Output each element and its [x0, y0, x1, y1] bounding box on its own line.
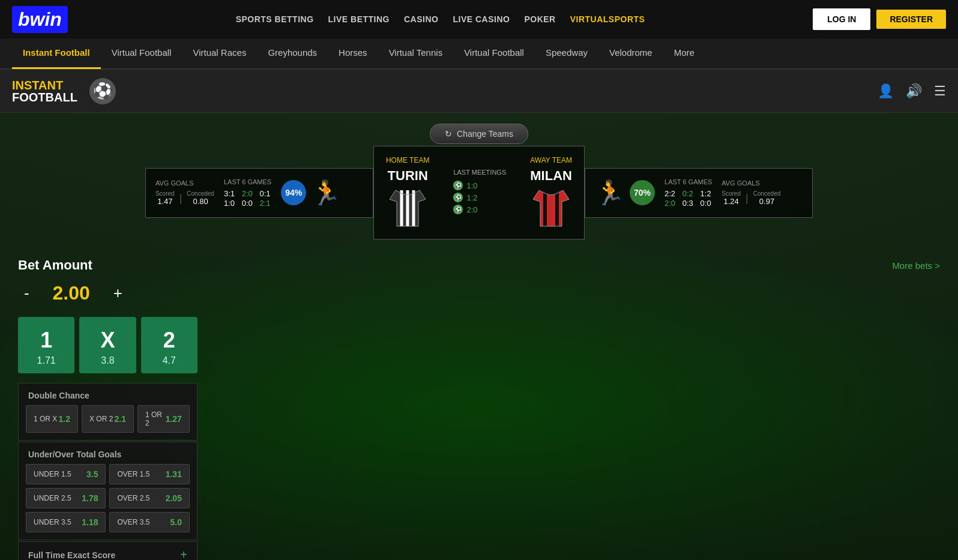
away-conceded-val: 0.97	[753, 197, 781, 206]
meeting-score-3: 2:0	[466, 205, 477, 214]
subnav-greyhounds[interactable]: Greyhounds	[257, 38, 328, 69]
under-2-5[interactable]: UNDER 2.5 1.78	[26, 488, 106, 508]
change-teams-label: Change Teams	[457, 129, 513, 139]
under-3-5-label: UNDER 3.5	[34, 518, 71, 526]
sub-navigation: Instant Football Virtual Football Virtua…	[0, 38, 958, 70]
meeting-icon-2: ⚽	[453, 193, 463, 202]
away-conceded-label: Conceded	[753, 190, 781, 197]
away-game-4: 2:0	[664, 199, 676, 208]
subnav-velodrome[interactable]: Velodrome	[598, 38, 663, 69]
over-1-5-label: OVER 1.5	[117, 470, 149, 478]
user-icon[interactable]: 👤	[878, 83, 894, 99]
instant-football-logo: INSTANT FOOTBALL ⚽	[12, 78, 116, 104]
bet-button-x[interactable]: X 3.8	[79, 317, 136, 373]
main-bet-buttons: 1 1.71 X 3.8 2 4.7	[18, 317, 197, 373]
double-chance-xor2[interactable]: X OR 2 2.1	[82, 405, 134, 433]
away-scored-val: 1.24	[722, 197, 741, 206]
meeting-icon-1: ⚽	[453, 181, 463, 190]
away-jersey	[533, 187, 569, 229]
home-conceded-val: 0.80	[187, 197, 214, 206]
double-chance-1or2[interactable]: 1 OR 2 1.27	[137, 405, 190, 433]
bet-plus-button[interactable]: +	[107, 282, 128, 305]
subnav-horses[interactable]: Horses	[328, 38, 378, 69]
logo[interactable]: bwin	[12, 6, 68, 33]
dc-xor2-odds: 2.1	[114, 414, 125, 424]
last-meetings: LAST MEETINGS ⚽ 1:0 ⚽ 1:2 ⚽ 2:0	[447, 169, 512, 217]
under-1-5-label: UNDER 1.5	[34, 470, 71, 478]
instant-label: INSTANT	[12, 79, 77, 91]
subnav-virtual-football-2[interactable]: Virtual Football	[453, 38, 535, 69]
bet-section: Bet Amount More bets > - 2.00 + 1 1.71 X	[0, 251, 958, 560]
nav-live-casino[interactable]: LIVE CASINO	[453, 14, 510, 24]
away-team-name: MILAN	[530, 168, 572, 184]
center-block: Home Team TURIN LAST MEETINGS ⚽	[373, 146, 585, 239]
dc-1or2-odds: 1.27	[166, 414, 182, 424]
home-game-1: 3:1	[224, 189, 236, 198]
over-1-5[interactable]: OVER 1.5 1.31	[109, 464, 189, 484]
under-3-5[interactable]: UNDER 3.5 1.18	[26, 512, 106, 532]
register-button[interactable]: REGISTER	[876, 10, 946, 29]
bet-amount-label: Bet Amount	[18, 257, 92, 273]
main-content: ↻ Change Teams Avg goals Scored 1.47 | C…	[0, 113, 958, 560]
more-bets-link[interactable]: More bets >	[892, 260, 940, 271]
meeting-icon-3: ⚽	[453, 205, 463, 214]
under-over-rows: UNDER 1.5 3.5 OVER 1.5 1.31 UNDER 2.5	[19, 464, 197, 540]
away-team-label: Away Team	[530, 156, 572, 164]
top-nav-links: SPORTS BETTING LIVE BETTING CASINO LIVE …	[236, 14, 645, 24]
over-2-5-odds: 2.05	[166, 493, 182, 503]
bet-minus-button[interactable]: -	[18, 282, 35, 305]
home-strength-circle: 94%	[281, 180, 306, 205]
bet-btn-x-label: X	[100, 328, 115, 353]
over-3-5-odds: 5.0	[170, 517, 181, 527]
over-3-5[interactable]: OVER 3.5 5.0	[109, 512, 189, 532]
away-player-icon: 🏃	[595, 179, 625, 207]
subnav-more[interactable]: More	[663, 38, 705, 69]
double-chance-1or-x[interactable]: 1 OR X 1.2	[26, 405, 78, 433]
meeting-3: ⚽ 2:0	[453, 205, 506, 214]
away-scored-label: Scored	[722, 190, 741, 197]
nav-poker[interactable]: POKER	[524, 14, 555, 24]
subnav-virtual-football-1[interactable]: Virtual Football	[101, 38, 182, 69]
meeting-score-1: 1:0	[466, 181, 477, 190]
away-games-grid: 2:2 0:2 1:2 2:0 0:3 0:0	[664, 189, 712, 208]
change-teams-button[interactable]: ↻ Change Teams	[430, 124, 528, 144]
nav-casino[interactable]: CASINO	[404, 14, 438, 24]
menu-icon[interactable]: ☰	[934, 83, 946, 99]
subnav-instant-football[interactable]: Instant Football	[12, 38, 101, 69]
nav-sports-betting[interactable]: SPORTS BETTING	[236, 14, 314, 24]
double-chance-row-1: 1 OR X 1.2 X OR 2 2.1 1 OR 2 1.27	[26, 405, 190, 433]
volume-icon[interactable]: 🔊	[906, 83, 922, 99]
under-1-5-odds: 3.5	[86, 469, 98, 479]
nav-live-betting[interactable]: LIVE BETTING	[328, 14, 390, 24]
login-button[interactable]: LOG IN	[813, 8, 870, 30]
bet-button-2[interactable]: 2 4.7	[141, 317, 197, 373]
bet-button-1[interactable]: 1 1.71	[18, 317, 74, 373]
meeting-1: ⚽ 1:0	[453, 181, 506, 190]
under-over-title: Under/Over Total Goals	[19, 442, 197, 464]
auth-buttons: LOG IN REGISTER	[813, 8, 946, 30]
subnav-virtual-tennis[interactable]: Virtual Tennis	[378, 38, 454, 69]
under-1-5[interactable]: UNDER 1.5 3.5	[26, 464, 106, 484]
under-over-panel: Under/Over Total Goals UNDER 1.5 3.5 OVE…	[18, 442, 197, 540]
full-time-expand[interactable]: +	[180, 548, 187, 560]
refresh-icon: ↻	[445, 129, 452, 139]
subnav-speedway[interactable]: Speedway	[535, 38, 598, 69]
subnav-virtual-races[interactable]: Virtual Races	[182, 38, 257, 69]
double-chance-panel: Double Chance 1 OR X 1.2 X OR 2 2.1	[18, 383, 197, 441]
home-scored-label: Scored	[155, 190, 175, 197]
bet-btn-x-odds: 3.8	[101, 355, 114, 366]
bet-btn-2-odds: 4.7	[163, 355, 176, 366]
under-over-row-3: UNDER 3.5 1.18 OVER 3.5 5.0	[26, 512, 190, 532]
away-game-2: 0:2	[682, 189, 694, 198]
meeting-score-2: 1:2	[466, 193, 477, 202]
home-player-icon: 🏃	[311, 179, 341, 207]
bet-left: - 2.00 + 1 1.71 X 3.8 2 4	[18, 282, 197, 560]
over-1-5-odds: 1.31	[166, 469, 182, 479]
nav-virtualsports[interactable]: VIRTUALSPORTS	[570, 14, 645, 24]
away-avg-goals-label: Avg goals	[722, 179, 780, 187]
over-2-5[interactable]: OVER 2.5 2.05	[109, 488, 189, 508]
full-time-title: Full Time Exact Score	[28, 550, 115, 560]
football-icon: ⚽	[89, 78, 116, 104]
teams-row: Avg goals Scored 1.47 | Conceded 0.80	[18, 146, 940, 239]
dc-1orx-odds: 1.2	[59, 414, 70, 424]
